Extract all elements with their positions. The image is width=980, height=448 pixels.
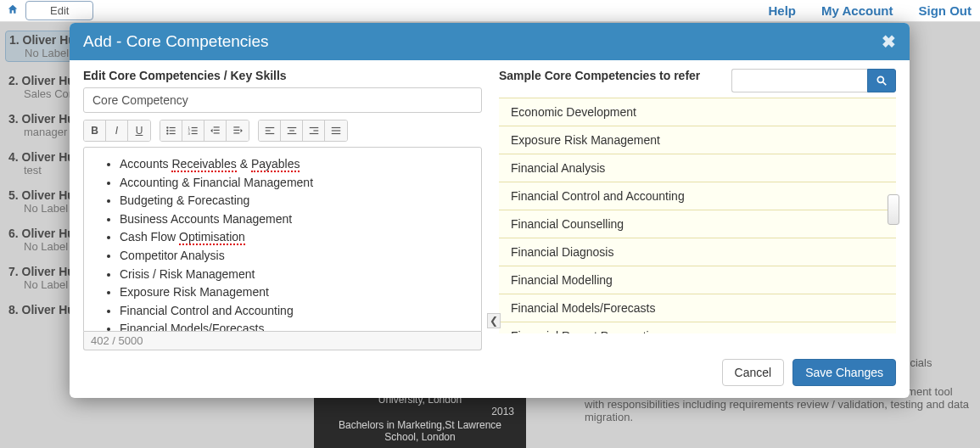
svg-point-2: [166, 130, 168, 132]
sample-competencies-label: Sample Core Competencies to refer: [499, 69, 721, 82]
editor-toolbar: B I U 123: [83, 120, 482, 142]
svg-rect-22: [289, 130, 294, 131]
scrollbar-handle[interactable]: [888, 194, 899, 225]
home-icon[interactable]: [0, 3, 25, 19]
search-button[interactable]: [867, 69, 896, 92]
svg-rect-3: [169, 130, 175, 131]
add-core-competencies-modal: Add - Core Competencies ✖ Edit Core Comp…: [70, 23, 910, 398]
svg-rect-26: [309, 133, 318, 134]
close-icon[interactable]: ✖: [882, 31, 896, 52]
chevron-left-icon[interactable]: ❮: [487, 313, 501, 328]
unordered-list-button[interactable]: [160, 120, 182, 141]
svg-text:3: 3: [188, 132, 190, 136]
bold-button[interactable]: B: [84, 120, 106, 141]
svg-rect-5: [169, 133, 175, 134]
svg-rect-25: [313, 130, 318, 131]
save-button[interactable]: Save Changes: [792, 359, 896, 386]
sample-competency-item[interactable]: Financial Modelling: [499, 266, 896, 294]
edit-tab[interactable]: Edit: [25, 1, 93, 20]
my-account-link[interactable]: My Account: [821, 3, 893, 18]
svg-rect-29: [332, 133, 341, 134]
sample-competency-item[interactable]: Financial Models/Forecasts: [499, 294, 896, 322]
sample-competency-list[interactable]: Economic DevelopmentExposure Risk Manage…: [499, 98, 896, 333]
svg-rect-11: [191, 133, 197, 134]
svg-line-31: [883, 82, 887, 86]
svg-rect-15: [233, 126, 239, 127]
editor-bullet: Business Accounts Management: [120, 211, 469, 228]
svg-rect-27: [332, 127, 341, 128]
cancel-button[interactable]: Cancel: [722, 359, 785, 386]
svg-point-4: [166, 132, 168, 134]
svg-rect-13: [213, 130, 219, 131]
svg-rect-12: [213, 126, 219, 127]
editor-bullet: Financial Control and Accounting: [120, 303, 469, 320]
sample-competency-item[interactable]: Economic Development: [499, 98, 896, 126]
align-right-button[interactable]: [303, 120, 325, 141]
editor-bullet: Budgeting & Forecasting: [120, 193, 469, 210]
svg-rect-1: [169, 127, 175, 128]
align-center-button[interactable]: [281, 120, 303, 141]
modal-title: Add - Core Competencies: [83, 32, 269, 51]
align-justify-button[interactable]: [325, 120, 347, 141]
svg-point-30: [877, 76, 883, 82]
svg-rect-7: [191, 127, 197, 128]
svg-rect-23: [287, 133, 296, 134]
italic-button[interactable]: I: [106, 120, 128, 141]
svg-rect-14: [213, 132, 219, 133]
underline-button[interactable]: U: [128, 120, 150, 141]
editor-bullet: Cash Flow Optimisation: [120, 229, 469, 246]
indent-button[interactable]: [227, 120, 249, 141]
svg-rect-17: [233, 132, 239, 133]
help-link[interactable]: Help: [769, 3, 797, 18]
character-counter: 402 / 5000: [83, 332, 482, 350]
edit-competencies-label: Edit Core Competencies / Key Skills: [83, 69, 482, 82]
sample-competency-item[interactable]: Financial Counselling: [499, 210, 896, 238]
sample-competency-item[interactable]: Financial Diagnosis: [499, 238, 896, 266]
editor-bullet: Crisis / Risk Management: [120, 266, 469, 283]
ordered-list-button[interactable]: 123: [182, 120, 204, 141]
competency-editor[interactable]: Accounts Receivables & PayablesAccountin…: [84, 148, 481, 331]
editor-bullet: Accounting & Financial Management: [120, 175, 469, 192]
svg-rect-19: [265, 130, 270, 131]
sample-competency-item[interactable]: Exposure Risk Management: [499, 126, 896, 154]
align-left-button[interactable]: [259, 120, 281, 141]
svg-rect-24: [309, 127, 318, 128]
editor-bullet: Competitor Analysis: [120, 248, 469, 265]
competency-title-input[interactable]: [83, 87, 482, 113]
svg-rect-20: [265, 133, 274, 134]
outdent-button[interactable]: [204, 120, 227, 141]
sign-out-link[interactable]: Sign Out: [919, 3, 972, 18]
svg-point-0: [166, 126, 168, 128]
svg-rect-28: [332, 130, 341, 131]
editor-bullet: Exposure Risk Management: [120, 284, 469, 301]
svg-rect-16: [233, 130, 239, 131]
editor-bullet: Accounts Receivables & Payables: [120, 156, 469, 173]
svg-rect-21: [287, 127, 296, 128]
svg-rect-9: [191, 130, 197, 131]
sample-competency-item[interactable]: Financial Report Preparation: [499, 322, 896, 333]
search-input[interactable]: [731, 69, 867, 92]
sample-competency-item[interactable]: Financial Control and Accounting: [499, 182, 896, 210]
sample-competency-item[interactable]: Financial Analysis: [499, 154, 896, 182]
svg-rect-18: [265, 127, 274, 128]
editor-bullet: Financial Models/Forecasts: [120, 321, 469, 331]
